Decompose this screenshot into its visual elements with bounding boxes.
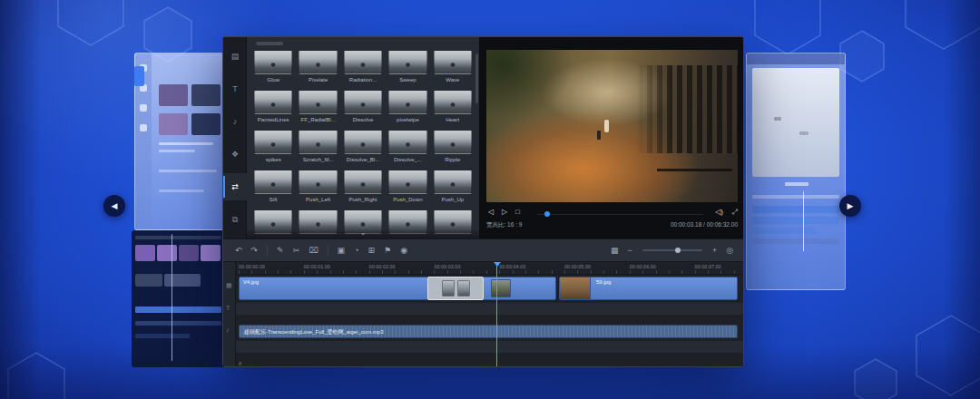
- timecode-display: 00:00:03.18 / 00:06:32.00: [671, 221, 738, 228]
- transition-label: Sift: [254, 196, 292, 203]
- zoom-in-icon[interactable]: +: [712, 247, 717, 255]
- transition-item[interactable]: Dissolve_Bl...: [344, 130, 382, 165]
- timeline-area: ▦T♪ 00:00:00.0000:00:01.0000:00:02.0000:…: [223, 262, 744, 367]
- preview-info-row: 宽高比: 16 : 9 00:00:03.18 / 00:06:32.00: [479, 221, 744, 234]
- transition-item[interactable]: Wave: [434, 50, 472, 85]
- ghost-rail-icon: [140, 124, 147, 131]
- transitions-panel: GlowPixelateRadiation...SweepWavePainted…: [247, 37, 479, 238]
- ghost-clip-thumb: [164, 274, 201, 287]
- playhead[interactable]: [496, 262, 497, 367]
- panel-header-bar: [256, 42, 283, 45]
- transition-item[interactable]: Push_Up: [434, 170, 472, 205]
- transition-item[interactable]: Scratch_M...: [299, 130, 337, 165]
- transition-item[interactable]: Sift: [254, 170, 292, 205]
- ruler-label: 00:00:00.00: [239, 264, 265, 269]
- rail-item-transitions[interactable]: ⇄: [223, 173, 247, 200]
- aspect-ratio-label[interactable]: 宽高比: 16 : 9: [486, 221, 522, 229]
- chroma-key-icon[interactable]: ⊞: [368, 247, 376, 255]
- transition-item[interactable]: Sweep: [388, 50, 426, 85]
- preview-progress-handle[interactable]: [544, 211, 550, 217]
- transition-thumbnail: [254, 170, 292, 194]
- playhead-handle[interactable]: [494, 262, 501, 267]
- ghost-playhead: [172, 234, 172, 361]
- marker-icon[interactable]: ⚑: [384, 247, 391, 255]
- bench: [657, 169, 732, 171]
- transition-frame-thumb: [442, 280, 455, 297]
- transition-label: PaintedLines: [254, 116, 292, 123]
- transition-item[interactable]: Pixelate: [299, 50, 337, 85]
- transition-thumbnail: [388, 90, 426, 114]
- transition-label: Scratch_M...: [299, 156, 337, 163]
- rail-item-pip[interactable]: ⧉: [223, 206, 247, 233]
- transition-item[interactable]: Push_Down: [388, 170, 426, 205]
- pip-icon: ⧉: [232, 215, 238, 225]
- transition-item[interactable]: Radiation...: [344, 50, 382, 85]
- carousel-slide-left-top: [134, 53, 225, 230]
- previous-frame-icon[interactable]: ◁: [488, 208, 494, 216]
- transition-thumbnail: [434, 50, 472, 74]
- transition-item[interactable]: FF_RadialBl...: [299, 90, 337, 125]
- video-track-icon[interactable]: ▦: [226, 282, 232, 288]
- undo-icon[interactable]: ↶: [235, 247, 242, 255]
- redo-icon[interactable]: ↷: [251, 247, 259, 255]
- fit-timeline-icon[interactable]: ▦: [611, 247, 619, 255]
- ghost-controls: [785, 182, 808, 186]
- zoom-level-icon[interactable]: ◎: [726, 247, 733, 255]
- volume-icon[interactable]: ◁): [715, 208, 723, 216]
- ghost-audio-bar: [135, 321, 221, 326]
- transition-clip[interactable]: [427, 277, 484, 300]
- timeline-ruler[interactable]: 00:00:00.0000:00:01.0000:00:02.0000:00:0…: [236, 262, 744, 275]
- clip-filmstrip-thumb: [491, 279, 511, 297]
- zoom-out-icon[interactable]: −: [628, 247, 632, 255]
- audio-track-icon[interactable]: ♪: [226, 326, 230, 333]
- crop-icon[interactable]: ▣: [338, 247, 346, 255]
- ghost-ruler: [752, 195, 839, 199]
- panel-scrollbar[interactable]: [475, 54, 478, 103]
- carousel-prev-button[interactable]: ◀: [103, 195, 125, 217]
- transition-thumbnail: [299, 90, 337, 114]
- play-icon[interactable]: ▷: [502, 208, 507, 216]
- transition-label: Radiation...: [344, 76, 382, 83]
- video-clip-2[interactable]: 59.jpg: [559, 277, 738, 300]
- timeline-scroll-up-icon[interactable]: ∧: [238, 360, 242, 367]
- transition-thumbnail: [434, 90, 472, 114]
- transition-item[interactable]: Push_Right: [344, 170, 382, 205]
- text-track[interactable]: [236, 303, 744, 315]
- transition-item[interactable]: PaintedLines: [254, 90, 292, 125]
- rail-item-text[interactable]: T: [223, 75, 247, 102]
- transition-item[interactable]: Heart: [434, 90, 472, 125]
- transition-item[interactable]: Dissolve: [344, 90, 382, 125]
- split-icon[interactable]: ✂: [293, 247, 300, 255]
- transition-item[interactable]: Ripple: [434, 130, 472, 165]
- transition-item[interactable]: Push_Left: [299, 170, 337, 205]
- text-track-icon[interactable]: T: [226, 305, 230, 311]
- zoom-slider-handle[interactable]: [675, 248, 681, 253]
- transition-label: pixelwipe: [388, 116, 426, 123]
- carousel-next-button[interactable]: ▶: [839, 195, 861, 217]
- transition-label: Push_Right: [344, 196, 382, 203]
- transition-item[interactable]: pixelwipe: [388, 90, 426, 125]
- edit-icon[interactable]: ✎: [277, 247, 284, 255]
- ghost-clip-thumb: [201, 245, 220, 261]
- transition-thumbnail: [299, 130, 337, 154]
- transition-item[interactable]: Glow: [254, 50, 292, 85]
- transition-item[interactable]: spikes: [254, 130, 292, 165]
- fullscreen-icon[interactable]: ⤢: [732, 208, 738, 217]
- transition-label: Dissolve_...: [388, 156, 426, 163]
- preview-progress-track[interactable]: [537, 214, 703, 215]
- zoom-slider[interactable]: [642, 249, 702, 251]
- transition-item[interactable]: Dissolve_...: [388, 130, 426, 165]
- stop-icon[interactable]: □: [515, 208, 520, 216]
- ghost-preview-detail: [799, 131, 808, 135]
- speed-icon[interactable]: ◔: [354, 247, 358, 255]
- rail-item-effects[interactable]: ❖: [223, 141, 247, 168]
- rail-item-audio[interactable]: ♪: [223, 108, 247, 135]
- rail-item-media[interactable]: ▤: [223, 43, 247, 70]
- audio-clip[interactable]: 超级配乐-TranscendingLove_Full_爱给网_aigei_com…: [239, 325, 738, 338]
- ghost-clip-thumb: [179, 245, 199, 261]
- scroll-more-chevron[interactable]: ⌄: [247, 229, 479, 238]
- delete-icon[interactable]: ⌧: [309, 247, 318, 255]
- ghost-rail-icon: [140, 104, 147, 112]
- record-icon[interactable]: ◉: [400, 247, 407, 255]
- extra-track[interactable]: [236, 341, 744, 353]
